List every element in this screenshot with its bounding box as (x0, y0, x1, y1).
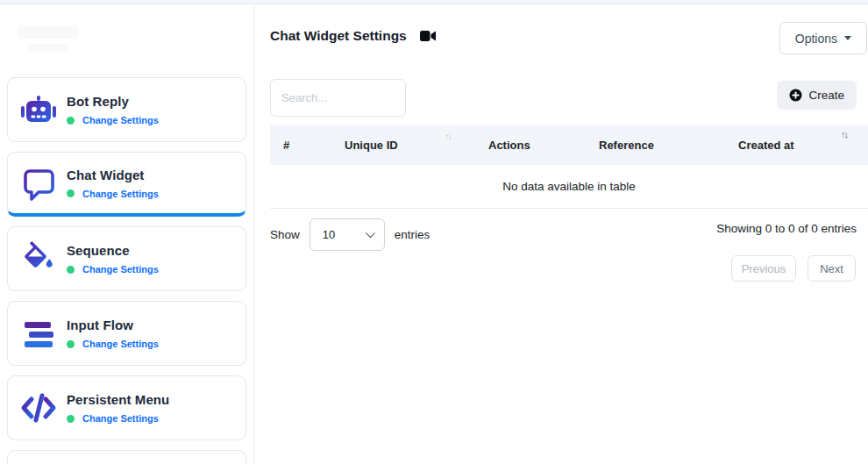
page-title-row: Chat Widget Settings (270, 28, 437, 44)
sidebar-item-persistent-menu[interactable]: Persistent Menu Change Settings (7, 375, 246, 440)
change-settings-link[interactable]: Change Settings (82, 339, 159, 349)
sidebar-card-list: Bot Reply Change Settings Chat Widget Ch… (0, 77, 253, 464)
status-dot (67, 189, 75, 197)
status-dot (67, 266, 75, 274)
table-header-row: # Unique ID ↑↓ Actions Reference Created… (270, 125, 868, 165)
column-header-actions[interactable]: Actions (488, 139, 530, 152)
sidebar-item-chat-widget[interactable]: Chat Widget Change Settings (7, 152, 246, 217)
page-title: Chat Widget Settings (270, 28, 407, 44)
paint-bucket-icon (19, 239, 58, 278)
sidebar-item-title: Sequence (67, 243, 159, 258)
sort-arrows-icon[interactable]: ↑↓ (841, 129, 847, 139)
empty-table-message: No data available in table (502, 180, 636, 193)
top-strip (0, 0, 868, 4)
column-header-created-at[interactable]: Created at (738, 139, 794, 152)
faint-logo (18, 21, 123, 56)
search-input[interactable] (270, 79, 406, 117)
column-header-unique-id[interactable]: Unique ID (345, 139, 398, 152)
change-settings-link[interactable]: Change Settings (82, 264, 159, 275)
status-dot (67, 117, 75, 125)
create-button-label: Create (808, 89, 844, 102)
options-button[interactable]: Options (779, 22, 867, 54)
sort-arrows-icon[interactable]: ↑↓ (445, 131, 451, 141)
options-button-label: Options (795, 32, 837, 46)
chevron-down-icon (844, 36, 851, 40)
sidebar-item-input-flow[interactable]: Input Flow Change Settings (7, 301, 246, 366)
code-icon (19, 389, 58, 427)
video-camera-icon (420, 30, 437, 42)
create-button[interactable]: Create (777, 81, 857, 110)
sidebar-item-sequence[interactable]: Sequence Change Settings (7, 226, 246, 291)
show-label: Show (270, 228, 300, 241)
column-header-number[interactable]: # (283, 139, 289, 152)
sidebar-item-title: Persistent Menu (67, 392, 169, 407)
entries-summary: Showing 0 to 0 of 0 entries (716, 222, 857, 235)
page-size-group: Show 10 entries (270, 218, 430, 251)
change-settings-link[interactable]: Change Settings (82, 189, 159, 199)
entries-label: entries (395, 228, 430, 241)
chat-bubble-icon (19, 164, 58, 203)
previous-button[interactable]: Previous (731, 255, 796, 282)
next-button[interactable]: Next (808, 255, 856, 282)
plus-circle-icon (789, 89, 802, 102)
chevron-down-icon (366, 228, 375, 238)
bars-icon (19, 314, 58, 353)
robot-icon (19, 90, 58, 129)
status-dot (67, 415, 75, 423)
change-settings-link[interactable]: Change Settings (82, 413, 159, 424)
sidebar-item-partial[interactable] (7, 450, 246, 464)
sidebar-item-bot-reply[interactable]: Bot Reply Change Settings (7, 77, 246, 142)
page-size-value: 10 (323, 228, 335, 241)
status-dot (67, 340, 75, 348)
column-header-reference[interactable]: Reference (599, 139, 654, 152)
page-size-select[interactable]: 10 (309, 218, 385, 251)
main-content: Chat Widget Settings Options Create # Un… (255, 5, 868, 464)
sidebar-item-title: Input Flow (67, 318, 159, 332)
table-empty-row: No data available in table (270, 165, 868, 209)
sidebar: Bot Reply Change Settings Chat Widget Ch… (0, 5, 254, 464)
change-settings-link[interactable]: Change Settings (82, 115, 159, 125)
sidebar-item-title: Chat Widget (67, 168, 159, 182)
sidebar-item-title: Bot Reply (67, 94, 159, 109)
